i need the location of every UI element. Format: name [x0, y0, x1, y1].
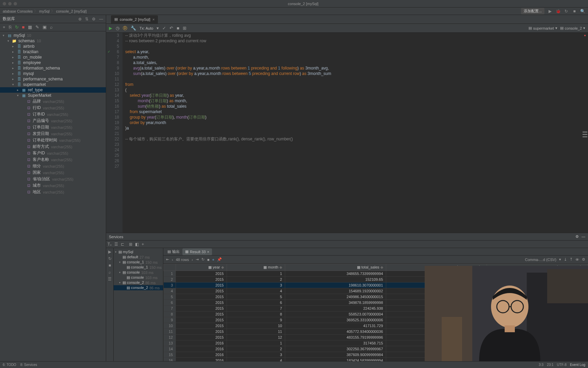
result-tab[interactable]: ▦Result 33×	[182, 248, 212, 255]
console-icon[interactable]: ▣	[43, 25, 47, 30]
table-icon[interactable]: ▦	[28, 25, 32, 30]
filter-icon[interactable]: ⌕	[50, 25, 53, 30]
chevron-down-icon[interactable]: ▾	[559, 257, 561, 262]
services-tree-item[interactable]: ▾▤ console_1150 ms	[114, 260, 163, 265]
debug-icon[interactable]: 🐞	[555, 9, 561, 14]
history-icon[interactable]: ◷	[116, 26, 119, 31]
tree-item[interactable]: ▸🗄airbnb	[0, 44, 106, 49]
tree-item[interactable]: ⊡订单日期varchar(255)	[0, 124, 106, 131]
services-tree-item[interactable]: ▤ console103 ms	[114, 275, 163, 280]
services-tree-item[interactable]: ▤ default27 ms	[114, 255, 163, 260]
tree-item[interactable]: ▾▤mySql10	[0, 33, 106, 38]
pin-icon[interactable]: 📌	[217, 257, 222, 262]
filter-icon[interactable]: ⇅	[85, 17, 88, 21]
tree-item[interactable]: ▸🗄employee	[0, 60, 106, 65]
schema-selector[interactable]: ▤supermarket▾	[528, 26, 557, 30]
tree-item[interactable]: ⊡省/自治区varchar(255)	[0, 176, 106, 182]
editor-code[interactable]: -- 滚动3个月平均值计算，rolling avg-- rows between…	[122, 33, 588, 233]
last-page-icon[interactable]: ⇥	[196, 257, 199, 262]
tree-item[interactable]: ▸🗄performance_schema	[0, 76, 106, 82]
tree-item[interactable]: ⊡订单处理时间varchar(255)	[0, 137, 106, 143]
tree-item[interactable]: ⊡客户IDvarchar(255)	[0, 150, 106, 156]
tree-item[interactable]: ▾▦SuperMarket	[0, 93, 106, 98]
services-tree-item[interactable]: ▾▤ console103 ms	[114, 270, 163, 275]
hide-icon[interactable]: —	[582, 234, 585, 239]
import-icon[interactable]: ⤒	[570, 257, 573, 262]
services-tree-item[interactable]: ▾▤ console_286 ms	[114, 280, 163, 285]
crumb-1[interactable]: mySql	[39, 9, 50, 13]
prev-page-icon[interactable]: ‹	[172, 258, 173, 262]
view-icon[interactable]: 👁	[575, 258, 579, 262]
run-icon[interactable]: ▶	[547, 9, 553, 14]
services-tree[interactable]: ▾▤ mySql▤ default27 ms▾▤ console_1150 ms…	[114, 248, 163, 361]
tree-item[interactable]: ▸▦ref_type	[0, 87, 106, 93]
tree-item[interactable]: ▾🗄supermarket	[0, 82, 106, 87]
tree-item[interactable]: ⊡国家varchar(255)	[0, 169, 106, 176]
close-window[interactable]	[3, 2, 6, 5]
maximize-window[interactable]	[14, 2, 17, 5]
run-icon[interactable]: ▶	[108, 249, 111, 254]
next-page-icon[interactable]: ›	[192, 258, 193, 262]
tree-item[interactable]: ⊡客户名称varchar(255)	[0, 156, 106, 163]
tree-item[interactable]: ⊡行IDvarchar(255)	[0, 105, 106, 111]
export-icon[interactable]: ⤓	[564, 257, 567, 262]
tree-item[interactable]: ▸🗄information_schema	[0, 65, 106, 71]
stop-icon[interactable]: ■	[572, 9, 577, 14]
target-icon[interactable]: ⊕	[78, 17, 82, 21]
tree-item[interactable]: ⊡品牌varchar(255)	[0, 98, 106, 105]
tree-item[interactable]: ⊡发货日期varchar(255)	[0, 131, 106, 137]
commit-icon[interactable]: ✓	[162, 26, 166, 31]
add-config-button[interactable]: 添加配置...	[521, 8, 544, 14]
services-tree-item[interactable]: ▾▤ mySql	[114, 249, 163, 255]
stop-icon[interactable]: ■	[207, 258, 210, 262]
filter-icon[interactable]: ⌕	[109, 270, 111, 275]
sql-editor[interactable]: 3456789101112131415161718192021222324252…	[106, 33, 588, 233]
explain-icon[interactable]: ⓟ	[123, 25, 127, 31]
collapse-icon[interactable]: ⊏	[121, 242, 124, 247]
close-icon[interactable]: ×	[152, 17, 154, 21]
tree-item[interactable]: ⊡地区varchar(255)	[0, 189, 106, 195]
grid-icon[interactable]: ⊞	[129, 242, 132, 247]
wrench-icon[interactable]: 🔧	[131, 26, 136, 31]
cancel-icon[interactable]: ■	[177, 26, 179, 31]
db-tree[interactable]: ▾▤mySql10▾📁schemas10▸🗄airbnb▸🗄brazilian▸…	[0, 31, 106, 361]
chevron-down-icon[interactable]: ▾	[157, 26, 159, 31]
structure-icon[interactable]: ⊞	[183, 26, 186, 31]
tree-item[interactable]: ▸🗄mysql	[0, 71, 106, 76]
editor-tab-console2[interactable]: ▤ console_2 [mySql] ×	[111, 15, 158, 24]
search-icon[interactable]: 🔍	[580, 9, 585, 14]
tree-item[interactable]: ⊡产品编号varchar(255)	[0, 118, 106, 124]
services-tree-item[interactable]: ▤ console_1150 ms	[114, 265, 163, 270]
gear-icon[interactable]: ⚙	[575, 234, 579, 239]
close-icon[interactable]: ×	[207, 250, 209, 254]
console-selector[interactable]: ▤console_2▾	[560, 26, 585, 30]
add-row-icon[interactable]: +	[212, 258, 214, 262]
stop-icon[interactable]: ■	[22, 25, 25, 30]
status-encoding[interactable]: UTF-8	[557, 363, 567, 367]
tree-item[interactable]: ⊡城市varchar(255)	[0, 182, 106, 189]
stop-icon[interactable]: ■	[109, 263, 111, 268]
execute-icon[interactable]: ▶	[109, 26, 112, 31]
add-icon[interactable]: +	[3, 25, 5, 30]
tree-item[interactable]: ▸🗄brazilian	[0, 49, 106, 55]
csv-format[interactable]: Comma-…d (CSV)	[525, 258, 556, 262]
rerun-icon[interactable]: ↻	[108, 256, 112, 261]
tree-item[interactable]: ⊡订单IDvarchar(255)	[0, 111, 106, 118]
window-controls[interactable]	[3, 2, 17, 5]
tree-item[interactable]: ⊡邮寄方式varchar(255)	[0, 143, 106, 150]
output-tab[interactable]: ▤输出	[165, 248, 182, 255]
tx-mode[interactable]: Tx: Auto	[140, 26, 153, 30]
status-todo[interactable]: 6: TODO	[3, 363, 16, 367]
crumb-0[interactable]: atabase Consoles	[3, 9, 33, 13]
gear-icon[interactable]: ⚙	[582, 257, 585, 262]
reload-icon[interactable]: ↻	[201, 257, 205, 262]
add-icon[interactable]: +	[142, 242, 144, 247]
rollback-icon[interactable]: ↶	[169, 26, 173, 31]
tree-item[interactable]: ⊡细分varchar(255)	[0, 163, 106, 169]
refresh-icon[interactable]: ↻	[15, 25, 19, 30]
filter-tx-icon[interactable]: Tₓ	[108, 242, 112, 247]
status-services[interactable]: 8: Services	[20, 363, 37, 367]
layers-icon[interactable]: ☰	[108, 277, 112, 281]
event-log-button[interactable]: Event Log	[570, 363, 585, 367]
services-tree-item[interactable]: ▤ console_286 ms	[114, 285, 163, 290]
